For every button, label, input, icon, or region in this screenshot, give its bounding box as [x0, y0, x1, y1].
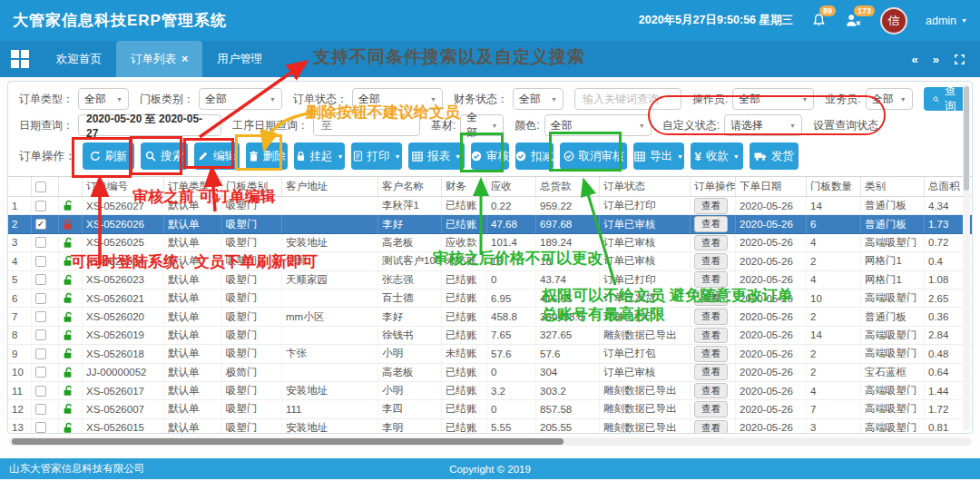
notification-bell-icon[interactable]: 89 — [811, 13, 828, 29]
date-range-input[interactable]: 2020-05-20 至 2020-05-27 — [78, 114, 221, 136]
panel-type-cell: 吸塑门 — [222, 382, 282, 399]
scroll-tabs-left-icon[interactable]: « — [912, 54, 918, 65]
search-button[interactable]: 搜索 — [141, 142, 188, 170]
row-checkbox[interactable] — [35, 348, 46, 359]
finance-status-cell: 已结账 — [442, 308, 487, 325]
view-button[interactable]: 查看 — [694, 364, 728, 380]
scroll-tabs-right-icon[interactable]: » — [933, 54, 939, 65]
button-label: 刷新 — [105, 149, 128, 164]
customer-address-cell — [282, 327, 378, 344]
order-status-select[interactable]: 全部▼ — [352, 88, 443, 110]
row-checkbox[interactable] — [35, 329, 46, 340]
view-button[interactable]: 查看 — [694, 401, 728, 417]
user-menu[interactable]: admin ▼ — [926, 15, 967, 27]
view-button[interactable]: 查看 — [694, 420, 728, 434]
report-button[interactable]: 报表 ▼ — [408, 142, 465, 170]
table-row[interactable]: 4XS-0526024默认单吸塑门邯郸测试客户1000未结账1818订单已审核查… — [8, 252, 972, 270]
query-button[interactable]: 查询 — [924, 87, 967, 111]
panel-type-select[interactable]: 全部▼ — [199, 88, 282, 110]
view-button[interactable]: 查看 — [694, 328, 728, 344]
row-checkbox[interactable] — [35, 386, 46, 397]
order-status-cell: 雕刻数据已导出 — [600, 400, 691, 417]
print-button[interactable]: 打印 ▼ — [351, 142, 402, 170]
user-message-icon-wrap[interactable]: 173 — [846, 13, 862, 29]
row-checkbox[interactable] — [35, 201, 46, 211]
table-row[interactable]: 8XS-0526019默认单吸塑门徐钱书已结账7.65327.65雕刻数据已导出… — [8, 327, 972, 345]
view-button[interactable]: 查看 — [694, 383, 728, 399]
view-button[interactable]: 查看 — [694, 290, 728, 307]
row-checkbox[interactable] — [35, 404, 46, 415]
tab-close-icon[interactable]: × — [181, 53, 188, 65]
collect-payment-button[interactable]: ¥ 收款 ▼ — [691, 142, 743, 170]
panel-qty-cell: 2 — [807, 252, 861, 270]
table-row[interactable]: 6XS-0526021默认单吸塑门百士德已结账6.95416.95订单已发货查看… — [8, 290, 972, 308]
color-select[interactable]: 全部▼ — [544, 114, 652, 136]
category-cell: 高端吸塑门 — [861, 345, 925, 362]
audit-button[interactable]: 审核 — [471, 142, 509, 170]
table-row[interactable]: 2✓XS-0526026默认单吸塑门李好已结账47.68697.68订单已审核查… — [8, 215, 972, 233]
view-button[interactable]: 查看 — [694, 271, 728, 288]
keyword-input[interactable] — [574, 88, 681, 110]
table-row[interactable]: 11XS-0526017默认单吸塑门安装地址小明已结账3.2303.2雕刻数据已… — [8, 382, 972, 400]
row-checkbox[interactable] — [35, 367, 46, 378]
vertical-scrollbar-thumb[interactable] — [964, 86, 969, 191]
fullscreen-icon[interactable] — [954, 54, 965, 65]
row-checkbox[interactable] — [35, 293, 46, 304]
edit-button[interactable]: 编辑 — [194, 142, 240, 170]
row-checkbox[interactable] — [35, 256, 46, 267]
table-row[interactable]: 5XS-0526023默认单吸塑门天顺家园张志强已结账043.74订单已打印查看… — [8, 271, 972, 290]
tab-welcome[interactable]: 欢迎首页 — [42, 41, 116, 77]
view-button[interactable]: 查看 — [694, 235, 728, 251]
table-row[interactable]: 7XS-0526020默认单吸塑门mm小区李好已结账458.8360458.8订… — [8, 308, 972, 326]
finance-status-select[interactable]: 全部▼ — [513, 88, 564, 110]
customer-name-cell: 小明 — [378, 345, 442, 362]
total-amount-cell: 857.58 — [536, 400, 600, 417]
view-button[interactable]: 查看 — [694, 309, 728, 325]
customer-name-cell: 高老板 — [378, 234, 442, 251]
base-material-select[interactable]: 全部▼ — [460, 114, 504, 136]
tab-order-list[interactable]: 订单列表× — [116, 41, 202, 77]
receivable-cell: 57.6 — [487, 345, 536, 362]
query-button-label: 查询 — [943, 83, 957, 114]
row-checkbox[interactable]: ✓ — [35, 219, 46, 230]
table-row[interactable]: 9XS-0526018默认单吸塑门卞张小明未结账57.657.6订单已打包查看2… — [8, 345, 972, 363]
row-checkbox[interactable] — [35, 274, 46, 285]
finance-status-cell: 已结账 — [442, 327, 487, 344]
table-row[interactable]: 12XS-0526007默认单吸塑门111李四已结账0857.58雕刻数据已导出… — [8, 400, 972, 418]
view-button[interactable]: 查看 — [694, 198, 728, 214]
view-button[interactable]: 查看 — [694, 253, 728, 270]
lock-status-cell — [59, 308, 83, 325]
order-type-cell: 默认单 — [164, 252, 222, 270]
ship-button[interactable]: 发货 — [750, 142, 799, 170]
set-query-status-link[interactable]: 设置查询状态 — [813, 118, 878, 133]
operator-select[interactable]: 全部▼ — [732, 88, 814, 110]
deduct-button[interactable]: 扣减 — [515, 142, 554, 170]
row-checkbox[interactable] — [35, 311, 46, 322]
table-row[interactable]: 1XS-0526027默认单吸塑门李秋萍1已结账0.22959.22订单已打印查… — [8, 197, 972, 215]
horizontal-scrollbar-thumb[interactable] — [12, 438, 564, 445]
vertical-scrollbar[interactable] — [963, 84, 970, 430]
table-row[interactable]: 13XS-0526015默认单吸塑门安装地址李明已结账5.55205.55雕刻数… — [8, 419, 972, 434]
delete-button[interactable]: 删除 — [246, 142, 288, 170]
row-checkbox[interactable] — [35, 237, 46, 248]
custom-status-select[interactable]: 请选择▼ — [724, 114, 802, 136]
select-all-checkbox[interactable] — [35, 182, 46, 192]
horizontal-scrollbar[interactable] — [9, 437, 971, 446]
lock-status-cell — [59, 345, 83, 362]
avatar[interactable]: 信 — [880, 7, 907, 34]
refresh-button[interactable]: 刷新 — [83, 142, 134, 170]
export-button[interactable]: 导出 ▼ — [633, 142, 684, 170]
table-row[interactable]: 3XS-0526025默认单吸塑门安装地址高老板应收款101.4189.24订单… — [8, 234, 972, 252]
row-checkbox[interactable] — [35, 422, 46, 433]
cancel-audit-button[interactable]: 取消审核 — [560, 142, 627, 170]
order-type-select[interactable]: 全部▼ — [78, 88, 129, 110]
button-label: 导出 — [650, 149, 672, 164]
hold-button[interactable]: 挂起 ▼ — [294, 142, 345, 170]
view-button[interactable]: 查看 — [694, 346, 728, 362]
tab-user-management[interactable]: 用户管理 — [202, 41, 277, 77]
table-row[interactable]: 10JJ-00000052默认单极简门高老板已结账0304订单已审核查看2020… — [8, 364, 972, 382]
view-button[interactable]: 查看 — [694, 216, 728, 232]
menu-grid-icon[interactable] — [11, 50, 29, 68]
salesman-select[interactable]: 全部▼ — [866, 88, 913, 110]
process-date-input[interactable]: 至 — [313, 114, 420, 136]
